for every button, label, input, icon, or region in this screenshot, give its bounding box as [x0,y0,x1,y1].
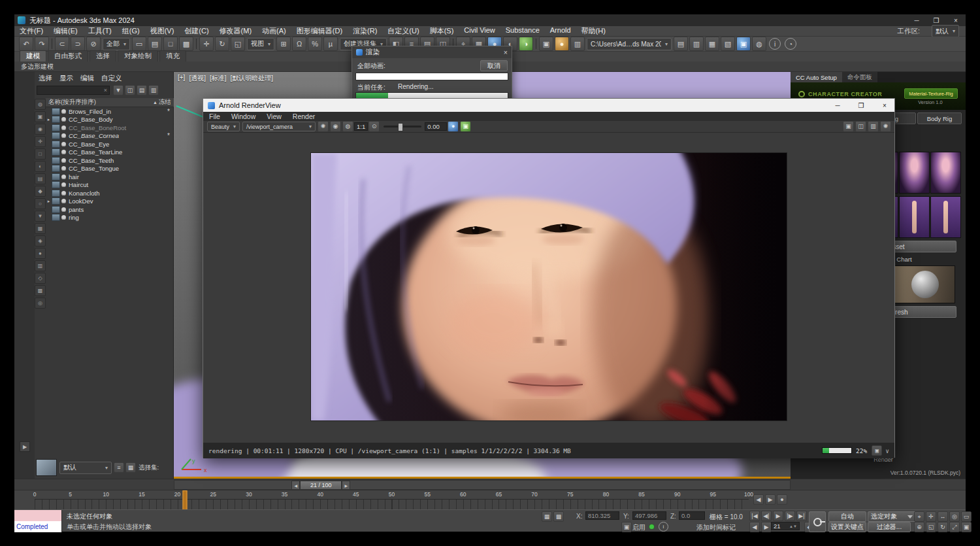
x-coordinate-field[interactable]: 810.325 [585,511,619,520]
icon-button[interactable]: ▭ [132,37,146,51]
arnold-menu-3[interactable]: Render [293,112,315,120]
icon-button[interactable]: ↻ [938,522,948,532]
current-frame-marker[interactable] [182,490,187,510]
auto-key-button[interactable]: 自动 [828,511,866,522]
icon-button[interactable]: ⊂ [55,37,69,51]
search-input[interactable]: × [37,86,110,95]
icon-button[interactable]: ✛ [35,136,46,147]
icon-button[interactable]: ◍ [342,121,353,132]
preset-combo[interactable]: 默认▾ [59,462,112,474]
maxscript-mini-listener[interactable]: Completed [14,510,62,532]
arnold-maximize-button[interactable]: ❐ [851,99,871,112]
viewport-label-2[interactable]: [标准] [210,74,227,83]
icon-button[interactable]: □ [35,148,46,160]
viewport-label-0[interactable]: [+] [178,74,185,83]
zoom-ratio-label[interactable]: 1:1 [354,122,368,131]
icon-button[interactable]: ▶ [773,511,783,521]
scene-row[interactable]: CC_Base_BoneRoot [46,124,174,132]
icon-button[interactable]: Ω [292,37,306,51]
icon-button[interactable]: |▶ [785,511,795,521]
arnold-canvas[interactable] [203,133,894,443]
icon-button[interactable]: ▣ [460,121,471,132]
icon-button[interactable]: ▦ [35,223,46,234]
icon-button[interactable]: |◀ [749,511,760,521]
material-ball-thumbnail[interactable] [894,265,955,303]
icon-button[interactable]: ⤢ [949,522,960,532]
arnold-minimize-button[interactable]: ─ [828,99,847,112]
icon-button[interactable]: ◱ [231,37,245,51]
selected-objects-combo[interactable]: 选定对象 [868,511,916,522]
icon-button[interactable]: ≡ [114,462,124,473]
icon-button[interactable]: ● [448,121,459,132]
scene-row[interactable]: ▸LookDev [46,197,174,206]
icon-button[interactable]: ▣ [736,37,751,51]
menu-item-9[interactable]: 渲染(R) [353,26,377,36]
scene-row[interactable]: CC_Base_TearLine [46,148,174,157]
icon-button[interactable]: ◀ [749,522,760,532]
menu-item-5[interactable]: 创建(C) [184,26,208,36]
expand-panel-button[interactable]: ▶ [20,441,30,452]
icon-button[interactable]: ✺ [318,121,329,132]
icon-button[interactable]: ▥ [148,85,159,95]
icon-button[interactable]: ▭ [961,511,972,522]
menu-item-15[interactable]: 帮助(H) [581,26,606,36]
icon-button[interactable]: ▼ [35,211,46,222]
icon-button[interactable]: ◉ [330,121,341,132]
explorer-menu-1[interactable]: 显示 [59,74,73,83]
y-coordinate-field[interactable]: 497.986 [632,511,666,520]
listener-output-row[interactable]: Completed [14,521,61,532]
icon-button[interactable]: ○ [35,198,46,209]
menu-item-14[interactable]: Arnold [550,26,571,36]
menu-item-13[interactable]: Substance [506,26,540,36]
icon-button[interactable]: ▦ [125,462,136,473]
icon-button[interactable]: ▥ [35,260,46,271]
icon-button[interactable]: ▣ [961,522,972,532]
icon-button[interactable]: ◆ [35,186,46,197]
viewport-label-1[interactable]: [透视] [189,74,206,83]
minimize-button[interactable]: ─ [907,14,926,26]
icon-button[interactable]: ▧ [721,37,735,51]
icon-button[interactable]: ⌖ [914,511,924,522]
icon-button[interactable]: ✺ [880,121,891,132]
icon-button[interactable]: ✛ [199,37,214,51]
track-bar[interactable]: 0510152025303540455055606570758085909510… [14,490,966,509]
info-icon[interactable]: i [769,38,781,50]
listener-macro-row[interactable] [14,510,61,521]
explorer-menu-3[interactable]: 自定义 [101,74,122,83]
explorer-column-header[interactable]: 名称(按升序排序) ▲ 冻结 [46,98,174,107]
z-coordinate-field[interactable]: 0.0 [679,511,705,520]
icon-button[interactable]: ◀ [753,494,764,505]
icon-button[interactable]: ◫ [855,121,866,132]
camera-combo[interactable]: /viewport_camera▾ [242,122,316,131]
icon-button[interactable]: ▦ [542,511,552,522]
arnold-menu-0[interactable]: File [209,112,220,120]
time-slider-track[interactable]: ◀ 21 / 100 ▶ [174,480,791,490]
render-dialog-close-icon[interactable]: × [504,48,508,56]
material-texture-rig-button[interactable]: Material-Texture-Rig [904,88,958,99]
icon-button[interactable]: ◀| [761,511,772,521]
icon-button[interactable]: ▣ [35,111,46,122]
menu-item-3[interactable]: 组(G) [122,26,140,36]
icon-button[interactable]: ◫ [125,85,135,95]
icon-button[interactable]: ↔ [938,511,948,522]
ribbon-tab-1[interactable]: 自由形式 [48,50,88,61]
icon-button[interactable]: ▤ [35,173,46,184]
icon-button[interactable]: ◍ [35,99,46,110]
icon-button[interactable]: ● [555,37,569,51]
character-body-thumbnail[interactable] [930,196,961,238]
scene-row[interactable]: CC_Base_Cornea* [46,132,174,141]
menu-item-6[interactable]: 修改器(M) [220,26,252,36]
menu-item-10[interactable]: 自定义(U) [387,26,419,36]
icon-button[interactable]: ▤ [148,37,162,51]
snapshot-camera-icon[interactable]: ▣ [872,445,882,456]
icon-button[interactable]: ◎ [949,511,960,522]
icon-button[interactable]: ⊕ [914,522,924,532]
icon-button[interactable]: ✛ [926,511,936,522]
icon-button[interactable]: % [308,37,322,51]
icon-button[interactable]: ◍ [752,37,766,51]
ribbon-tab-3[interactable]: 对象绘制 [118,50,158,61]
menu-item-4[interactable]: 视图(V) [150,26,174,36]
icon-button[interactable]: ⊃ [71,37,85,51]
arnold-titlebar[interactable]: Arnold RenderView ─ ❐ × [203,99,894,112]
scene-row[interactable]: CC_Base_Teeth [46,156,174,165]
